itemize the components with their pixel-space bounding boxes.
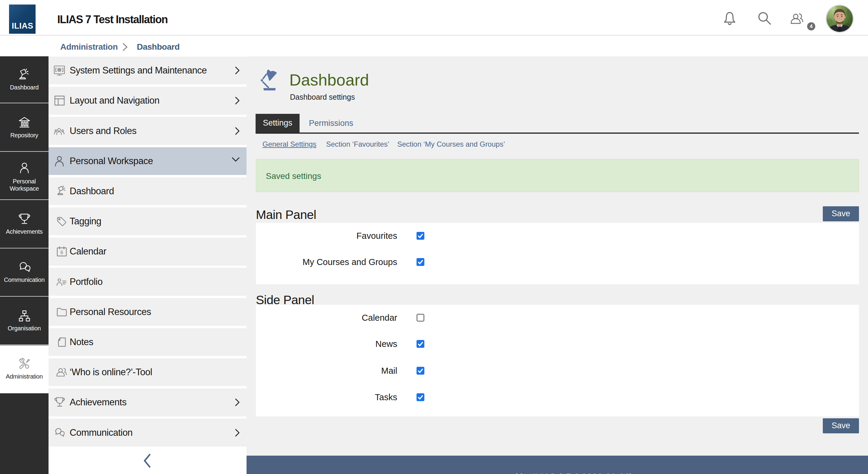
svg-text:6: 6 [61,250,63,255]
